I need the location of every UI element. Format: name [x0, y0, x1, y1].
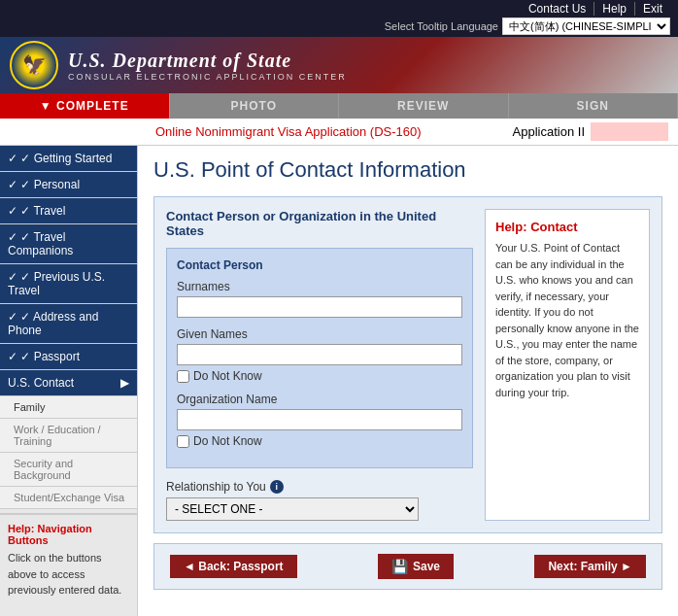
- back-button[interactable]: ◄ Back: Passport: [170, 555, 297, 578]
- tab-sign[interactable]: SIGN: [509, 93, 679, 119]
- relationship-label: Relationship to You i: [166, 480, 473, 494]
- header-subtitle: CONSULAR ELECTRONIC APPLICATION CENTER: [68, 72, 347, 82]
- language-select[interactable]: 中文(简体) (CHINESE-SIMPLI: [502, 17, 670, 35]
- seal-icon: 🦅: [10, 41, 58, 89]
- app-bar: Online Nonimmigrant Visa Application (DS…: [0, 119, 678, 146]
- contact-us-link[interactable]: Contact Us: [521, 2, 594, 16]
- exit-link[interactable]: Exit: [635, 2, 670, 16]
- save-icon: 💾: [391, 559, 408, 574]
- nav-tabs: ▼ COMPLETE PHOTO REVIEW SIGN: [0, 93, 678, 119]
- given-names-field-group: Given Names Do Not Know: [177, 327, 462, 383]
- sidebar-item-travel-companions[interactable]: ✓ Travel Companions: [0, 224, 137, 264]
- do-not-know-2-checkbox[interactable]: [177, 435, 189, 448]
- given-names-input[interactable]: [177, 344, 462, 365]
- content: U.S. Point of Contact Information Contac…: [138, 146, 678, 616]
- surnames-label: Surnames: [177, 280, 462, 293]
- relationship-select[interactable]: - SELECT ONE - Spouse Child Parent Sibli…: [166, 497, 419, 521]
- sidebar-help: Help: Navigation Buttons Click on the bu…: [0, 513, 137, 606]
- sidebar-item-personal[interactable]: ✓ Personal: [0, 172, 137, 198]
- top-right-section: Contact Us Help Exit Select Tooltip Lang…: [385, 2, 670, 35]
- sidebar-arrow-icon: ▶: [120, 376, 129, 390]
- tooltip-label: Select Tooltip Language: [385, 20, 498, 32]
- form-left: Contact Person or Organization in the Un…: [166, 209, 473, 521]
- surnames-field-group: Surnames: [177, 280, 462, 318]
- given-names-label: Given Names: [177, 327, 462, 341]
- save-button[interactable]: 💾 Save: [378, 554, 454, 579]
- bottom-nav: ◄ Back: Passport 💾 Save Next: Family ►: [153, 543, 662, 590]
- sidebar-item-previous-travel[interactable]: ✓ Previous U.S. Travel: [0, 264, 137, 304]
- sidebar-item-passport[interactable]: ✓ Passport: [0, 344, 137, 370]
- sidebar-item-address[interactable]: ✓ Address and Phone: [0, 304, 137, 344]
- sidebar-help-title: Help: Navigation Buttons: [8, 523, 129, 546]
- sidebar-sub-family[interactable]: Family: [0, 396, 137, 419]
- contact-person-title: Contact Person: [177, 258, 462, 272]
- section-title: Contact Person or Organization in the Un…: [166, 209, 473, 238]
- sidebar-sub-student[interactable]: Student/Exchange Visa: [0, 487, 137, 509]
- sidebar-item-getting-started[interactable]: ✓ Getting Started: [0, 146, 137, 172]
- info-icon[interactable]: i: [270, 480, 284, 494]
- tab-photo[interactable]: PHOTO: [170, 93, 340, 119]
- top-links: Contact Us Help Exit: [521, 2, 670, 16]
- relationship-section: Relationship to You i - SELECT ONE - Spo…: [166, 480, 473, 521]
- lang-row: Select Tooltip Language 中文(简体) (CHINESE-…: [385, 17, 670, 35]
- header: 🦅 U.S. Department of State CONSULAR ELEC…: [0, 37, 678, 93]
- surnames-input[interactable]: [177, 296, 462, 318]
- main-layout: ✓ Getting Started ✓ Personal ✓ Travel ✓ …: [0, 146, 678, 616]
- sidebar-item-travel[interactable]: ✓ Travel: [0, 198, 137, 224]
- help-panel-text: Your U.S. Point of Contact can be any in…: [495, 240, 639, 400]
- org-name-field-group: Organization Name Do Not Know: [177, 393, 462, 448]
- do-not-know-1-row: Do Not Know: [177, 369, 462, 383]
- header-title: U.S. Department of State: [68, 50, 347, 72]
- form-title: Online Nonimmigrant Visa Application (DS…: [155, 124, 422, 139]
- sidebar: ✓ Getting Started ✓ Personal ✓ Travel ✓ …: [0, 146, 138, 616]
- help-link[interactable]: Help: [594, 2, 635, 16]
- contact-person-box: Contact Person Surnames Given Names Do N…: [166, 248, 473, 468]
- do-not-know-1-checkbox[interactable]: [177, 370, 189, 383]
- tab-arrow: ▼: [40, 99, 56, 113]
- tab-complete[interactable]: ▼ COMPLETE: [0, 93, 170, 119]
- help-panel: Help: Contact Your U.S. Point of Contact…: [485, 209, 650, 521]
- do-not-know-2-label: Do Not Know: [193, 434, 262, 448]
- help-header: Help: Contact: [495, 220, 639, 234]
- org-name-input[interactable]: [177, 409, 462, 430]
- sidebar-item-us-contact[interactable]: U.S. Contact ▶: [0, 370, 137, 396]
- app-label: Application II: [513, 124, 585, 139]
- do-not-know-1-label: Do Not Know: [193, 369, 262, 383]
- do-not-know-2-row: Do Not Know: [177, 434, 462, 448]
- page-title: U.S. Point of Contact Information: [153, 157, 662, 183]
- header-text: U.S. Department of State CONSULAR ELECTR…: [68, 50, 347, 82]
- sidebar-sub-security[interactable]: Security and Background: [0, 453, 137, 487]
- form-section: Contact Person or Organization in the Un…: [153, 196, 662, 533]
- sidebar-help-text: Click on the buttons above to access pre…: [8, 550, 129, 599]
- org-name-label: Organization Name: [177, 393, 462, 406]
- top-bar: Contact Us Help Exit Select Tooltip Lang…: [0, 0, 678, 37]
- next-button[interactable]: Next: Family ►: [534, 555, 646, 578]
- sidebar-sub-work[interactable]: Work / Education / Training: [0, 419, 137, 453]
- app-id-box: [591, 122, 668, 141]
- tab-review[interactable]: REVIEW: [339, 93, 509, 119]
